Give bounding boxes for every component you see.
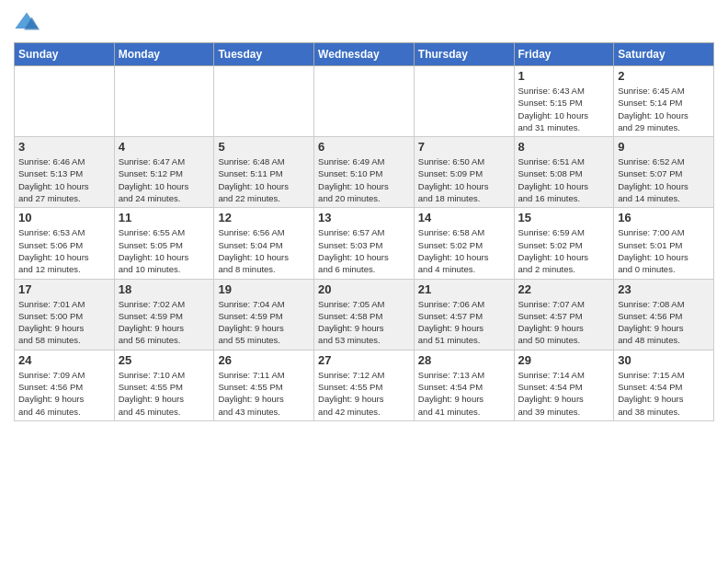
logo-icon xyxy=(14,9,40,35)
calendar-cell: 29Sunrise: 7:14 AM Sunset: 4:54 PM Dayli… xyxy=(514,350,614,420)
calendar-cell: 11Sunrise: 6:55 AM Sunset: 5:05 PM Dayli… xyxy=(114,208,214,279)
calendar-cell: 27Sunrise: 7:12 AM Sunset: 4:55 PM Dayli… xyxy=(314,350,415,420)
day-info: Sunrise: 6:53 AM Sunset: 5:06 PM Dayligh… xyxy=(18,226,110,275)
day-number: 25 xyxy=(119,353,210,367)
week-row-5: 24Sunrise: 7:09 AM Sunset: 4:56 PM Dayli… xyxy=(15,350,714,420)
day-info: Sunrise: 7:05 AM Sunset: 4:58 PM Dayligh… xyxy=(318,298,410,347)
calendar-cell: 15Sunrise: 6:59 AM Sunset: 5:02 PM Dayli… xyxy=(514,208,614,279)
day-number: 28 xyxy=(418,353,510,367)
day-number: 12 xyxy=(218,211,310,224)
calendar-cell: 17Sunrise: 7:01 AM Sunset: 5:00 PM Dayli… xyxy=(15,279,115,350)
day-info: Sunrise: 6:58 AM Sunset: 5:02 PM Dayligh… xyxy=(418,226,510,275)
day-number: 11 xyxy=(119,211,210,224)
calendar-cell: 20Sunrise: 7:05 AM Sunset: 4:58 PM Dayli… xyxy=(314,279,415,350)
day-info: Sunrise: 7:06 AM Sunset: 4:57 PM Dayligh… xyxy=(418,298,510,347)
calendar-cell: 12Sunrise: 6:56 AM Sunset: 5:04 PM Dayli… xyxy=(214,208,314,279)
calendar-cell: 16Sunrise: 7:00 AM Sunset: 5:01 PM Dayli… xyxy=(614,208,714,279)
day-info: Sunrise: 6:57 AM Sunset: 5:03 PM Dayligh… xyxy=(318,226,410,275)
day-info: Sunrise: 6:46 AM Sunset: 5:13 PM Dayligh… xyxy=(18,155,110,204)
week-row-3: 10Sunrise: 6:53 AM Sunset: 5:06 PM Dayli… xyxy=(15,208,714,279)
day-number: 13 xyxy=(318,211,410,224)
day-header-saturday: Saturday xyxy=(614,43,714,66)
day-info: Sunrise: 7:13 AM Sunset: 4:54 PM Dayligh… xyxy=(418,369,510,418)
day-number: 2 xyxy=(618,69,710,83)
day-info: Sunrise: 7:12 AM Sunset: 4:55 PM Dayligh… xyxy=(318,369,410,418)
day-number: 24 xyxy=(18,353,110,367)
calendar-cell: 8Sunrise: 6:51 AM Sunset: 5:08 PM Daylig… xyxy=(514,137,614,208)
day-header-sunday: Sunday xyxy=(15,43,115,66)
day-info: Sunrise: 7:15 AM Sunset: 4:54 PM Dayligh… xyxy=(618,369,710,418)
calendar-cell xyxy=(214,66,314,137)
day-number: 1 xyxy=(518,69,610,83)
calendar-cell: 26Sunrise: 7:11 AM Sunset: 4:55 PM Dayli… xyxy=(214,350,314,420)
day-number: 18 xyxy=(119,282,210,296)
day-info: Sunrise: 6:55 AM Sunset: 5:05 PM Dayligh… xyxy=(119,226,210,275)
day-number: 7 xyxy=(418,140,510,154)
day-info: Sunrise: 6:50 AM Sunset: 5:09 PM Dayligh… xyxy=(418,155,510,204)
calendar-cell: 18Sunrise: 7:02 AM Sunset: 4:59 PM Dayli… xyxy=(114,279,214,350)
day-info: Sunrise: 6:59 AM Sunset: 5:02 PM Dayligh… xyxy=(518,226,610,275)
day-number: 15 xyxy=(518,211,610,224)
day-header-monday: Monday xyxy=(114,43,214,66)
day-header-tuesday: Tuesday xyxy=(214,43,314,66)
calendar-cell: 1Sunrise: 6:43 AM Sunset: 5:15 PM Daylig… xyxy=(514,66,614,137)
day-info: Sunrise: 7:07 AM Sunset: 4:57 PM Dayligh… xyxy=(518,298,610,347)
day-info: Sunrise: 6:51 AM Sunset: 5:08 PM Dayligh… xyxy=(518,155,610,204)
day-header-wednesday: Wednesday xyxy=(314,43,415,66)
calendar-cell: 21Sunrise: 7:06 AM Sunset: 4:57 PM Dayli… xyxy=(414,279,514,350)
day-number: 14 xyxy=(418,211,510,224)
day-info: Sunrise: 7:08 AM Sunset: 4:56 PM Dayligh… xyxy=(618,298,710,347)
day-number: 26 xyxy=(218,353,310,367)
calendar-cell: 13Sunrise: 6:57 AM Sunset: 5:03 PM Dayli… xyxy=(314,208,415,279)
day-info: Sunrise: 6:49 AM Sunset: 5:10 PM Dayligh… xyxy=(318,155,410,204)
day-number: 5 xyxy=(218,140,310,154)
calendar-cell: 3Sunrise: 6:46 AM Sunset: 5:13 PM Daylig… xyxy=(15,137,115,208)
day-number: 6 xyxy=(318,140,410,154)
day-info: Sunrise: 7:09 AM Sunset: 4:56 PM Dayligh… xyxy=(18,369,110,418)
day-number: 30 xyxy=(618,353,710,367)
page: SundayMondayTuesdayWednesdayThursdayFrid… xyxy=(0,0,728,563)
day-info: Sunrise: 6:56 AM Sunset: 5:04 PM Dayligh… xyxy=(218,226,310,275)
day-number: 19 xyxy=(218,282,310,296)
day-number: 27 xyxy=(318,353,410,367)
day-number: 16 xyxy=(618,211,710,224)
day-info: Sunrise: 6:47 AM Sunset: 5:12 PM Dayligh… xyxy=(119,155,210,204)
calendar-cell: 28Sunrise: 7:13 AM Sunset: 4:54 PM Dayli… xyxy=(414,350,514,420)
calendar-cell: 7Sunrise: 6:50 AM Sunset: 5:09 PM Daylig… xyxy=(414,137,514,208)
header-row: SundayMondayTuesdayWednesdayThursdayFrid… xyxy=(15,43,714,66)
day-info: Sunrise: 7:14 AM Sunset: 4:54 PM Dayligh… xyxy=(518,369,610,418)
logo xyxy=(14,9,43,35)
calendar-cell: 25Sunrise: 7:10 AM Sunset: 4:55 PM Dayli… xyxy=(114,350,214,420)
day-info: Sunrise: 7:02 AM Sunset: 4:59 PM Dayligh… xyxy=(119,298,210,347)
day-info: Sunrise: 6:43 AM Sunset: 5:15 PM Dayligh… xyxy=(518,85,610,133)
day-number: 17 xyxy=(18,282,110,296)
calendar-cell: 4Sunrise: 6:47 AM Sunset: 5:12 PM Daylig… xyxy=(114,137,214,208)
calendar-cell: 30Sunrise: 7:15 AM Sunset: 4:54 PM Dayli… xyxy=(614,350,714,420)
day-info: Sunrise: 7:10 AM Sunset: 4:55 PM Dayligh… xyxy=(119,369,210,418)
calendar-cell: 22Sunrise: 7:07 AM Sunset: 4:57 PM Dayli… xyxy=(514,279,614,350)
day-number: 10 xyxy=(18,211,110,224)
week-row-1: 1Sunrise: 6:43 AM Sunset: 5:15 PM Daylig… xyxy=(15,66,714,137)
day-info: Sunrise: 6:52 AM Sunset: 5:07 PM Dayligh… xyxy=(618,155,710,204)
calendar-cell: 5Sunrise: 6:48 AM Sunset: 5:11 PM Daylig… xyxy=(214,137,314,208)
day-info: Sunrise: 6:48 AM Sunset: 5:11 PM Dayligh… xyxy=(218,155,310,204)
calendar-cell: 19Sunrise: 7:04 AM Sunset: 4:59 PM Dayli… xyxy=(214,279,314,350)
calendar-cell xyxy=(114,66,214,137)
calendar-cell: 10Sunrise: 6:53 AM Sunset: 5:06 PM Dayli… xyxy=(15,208,115,279)
day-info: Sunrise: 7:11 AM Sunset: 4:55 PM Dayligh… xyxy=(218,369,310,418)
day-number: 3 xyxy=(18,140,110,154)
day-number: 22 xyxy=(518,282,610,296)
day-info: Sunrise: 6:45 AM Sunset: 5:14 PM Dayligh… xyxy=(618,85,710,133)
calendar-cell: 9Sunrise: 6:52 AM Sunset: 5:07 PM Daylig… xyxy=(614,137,714,208)
calendar-cell xyxy=(414,66,514,137)
day-number: 4 xyxy=(119,140,210,154)
calendar-cell: 6Sunrise: 6:49 AM Sunset: 5:10 PM Daylig… xyxy=(314,137,415,208)
calendar-cell: 2Sunrise: 6:45 AM Sunset: 5:14 PM Daylig… xyxy=(614,66,714,137)
calendar-cell xyxy=(15,66,115,137)
day-header-friday: Friday xyxy=(514,43,614,66)
day-header-thursday: Thursday xyxy=(414,43,514,66)
day-number: 21 xyxy=(418,282,510,296)
calendar: SundayMondayTuesdayWednesdayThursdayFrid… xyxy=(14,42,714,421)
day-number: 23 xyxy=(618,282,710,296)
week-row-4: 17Sunrise: 7:01 AM Sunset: 5:00 PM Dayli… xyxy=(15,279,714,350)
